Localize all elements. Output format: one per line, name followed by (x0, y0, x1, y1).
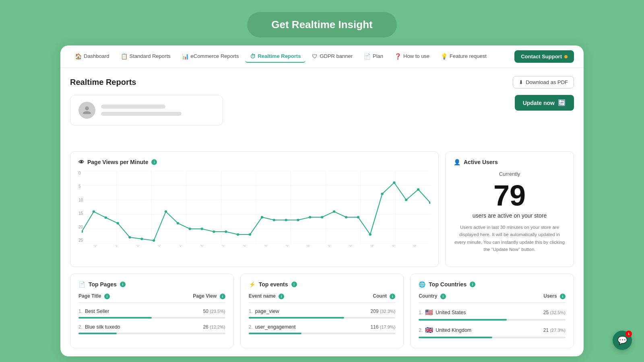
top-pages-info-icon[interactable]: i (120, 282, 126, 287)
top-countries-col2: Users i (543, 293, 566, 299)
nav-bar: 🏠 Dashboard 📋 Standard Reports 📊 eCommer… (60, 45, 584, 68)
svg-point-38 (357, 216, 359, 218)
svg-point-39 (369, 233, 371, 236)
chat-button[interactable]: 💬 1 (613, 331, 632, 350)
shield-icon: 🛡 (312, 53, 318, 60)
top-events-card: ⚡ Top events i Event name i Count i (240, 274, 404, 348)
nav-item-plan[interactable]: 📄 Plan (359, 51, 388, 63)
loading-placeholder (101, 105, 182, 116)
nav-item-feature-request[interactable]: 💡 Feature request (436, 51, 491, 63)
top-countries-row-1: 1. 🇺🇸 United States 25 (32.5%) (419, 305, 566, 318)
col2-info-icon[interactable]: i (220, 294, 225, 299)
top-events-title: ⚡ Top events i (249, 281, 396, 288)
lightbulb-icon: 💡 (441, 53, 448, 60)
svg-point-36 (333, 210, 335, 213)
events-col2-info[interactable]: i (390, 294, 395, 299)
download-pdf-button[interactable]: ⬇ Download as PDF (513, 76, 574, 88)
countries-col1-info[interactable]: i (440, 294, 446, 299)
nav-item-gdpr[interactable]: 🛡 GDPR banner (307, 51, 357, 63)
chart-card-title: 👁 Page Views per Minute i (78, 159, 430, 165)
clock-icon: ⏱ (250, 53, 256, 60)
avatar (78, 102, 95, 119)
contact-support-button[interactable]: Contact Support (514, 50, 574, 63)
page-header: Realtime Reports ⬇ Download as PDF (70, 76, 574, 88)
report-icon: 📋 (121, 53, 128, 60)
download-icon: ⬇ (519, 79, 523, 85)
col1-info-icon[interactable]: i (104, 294, 110, 299)
top-events-bar-1 (249, 317, 396, 319)
chat-icon: 💬 (617, 335, 627, 345)
top-events-table-header: Event name i Count i (249, 293, 396, 303)
top-events-bar-2 (249, 333, 396, 334)
events-icon: ⚡ (249, 281, 256, 288)
nav-item-dashboard[interactable]: 🏠 Dashboard (70, 51, 114, 63)
top-countries-col1: Country i (419, 293, 446, 299)
svg-point-33 (297, 219, 299, 221)
top-pages-table-header: Page Title i Page View i (78, 293, 225, 303)
active-users-description: Users active in last 30 minutes on your … (454, 224, 566, 253)
nav-item-standard-reports[interactable]: 📋 Standard Reports (116, 51, 175, 63)
document-icon: 📄 (364, 53, 371, 60)
top-events-col1: Event name i (249, 293, 285, 299)
top-grid: 👁 Page Views per Minute i 25 20 15 10 5 … (70, 151, 574, 267)
question-icon: ❓ (394, 53, 401, 60)
svg-point-42 (405, 199, 407, 201)
top-pages-bar-1 (78, 317, 225, 319)
top-pages-row-2: 2. Blue silk tuxedo 26 (12.2%) (78, 321, 225, 331)
top-pages-col1: Page Title i (78, 293, 110, 299)
flag-gb: 🇬🇧 (425, 326, 433, 334)
svg-point-23 (177, 222, 179, 224)
active-users-card: 👤 Active Users Currently 79 users are ac… (445, 151, 574, 267)
countries-col2-info[interactable]: i (560, 294, 566, 299)
loading-line-1 (101, 105, 165, 109)
chart-info-icon[interactable]: i (151, 159, 157, 165)
top-countries-card: 🌐 Top Countries i Country i Users i (410, 274, 574, 348)
svg-point-35 (321, 216, 323, 218)
svg-point-41 (393, 181, 395, 184)
profile-card (70, 95, 223, 125)
chart-svg (82, 171, 430, 243)
pages-icon: 📄 (78, 281, 85, 288)
user-avatar-icon (82, 105, 92, 115)
svg-point-17 (105, 216, 107, 219)
top-events-row-1: 1. page_view 209 (32.3%) (249, 305, 396, 316)
svg-point-37 (345, 216, 347, 218)
main-content: Realtime Reports ⬇ Download as PDF (60, 68, 584, 356)
top-events-info-icon[interactable]: i (291, 282, 297, 287)
top-countries-info-icon[interactable]: i (470, 282, 475, 287)
page-views-card: 👁 Page Views per Minute i 25 20 15 10 5 … (70, 151, 439, 267)
svg-point-29 (249, 233, 251, 236)
top-pages-title: 📄 Top Pages i (78, 281, 225, 288)
loading-line-2 (101, 112, 182, 116)
top-pages-col2: Page View i (193, 293, 225, 299)
svg-point-30 (261, 216, 263, 218)
app-container: 🏠 Dashboard 📋 Standard Reports 📊 eCommer… (60, 45, 584, 356)
svg-point-32 (285, 219, 287, 221)
top-pages-card: 📄 Top Pages i Page Title i Page View i (70, 274, 234, 348)
svg-point-20 (140, 238, 143, 240)
refresh-icon: 🔄 (558, 99, 566, 107)
nav-item-how-to-use[interactable]: ❓ How to use (390, 51, 434, 63)
events-col1-info[interactable]: i (279, 294, 284, 299)
nav-item-ecommerce-reports[interactable]: 📊 eCommerce Reports (177, 51, 244, 63)
eye-icon: 👁 (78, 159, 84, 165)
nav-item-realtime-reports[interactable]: ⏱ Realtime Reports (245, 51, 305, 63)
active-users-card-title: 👤 Active Users (454, 159, 566, 165)
bottom-grid: 📄 Top Pages i Page Title i Page View i (70, 274, 574, 348)
update-now-button[interactable]: Update now 🔄 (515, 95, 574, 111)
svg-point-21 (153, 239, 155, 242)
chat-badge: 1 (625, 331, 632, 337)
svg-point-40 (381, 193, 383, 195)
svg-point-28 (237, 233, 239, 236)
top-countries-row-2: 2. 🇬🇧 United Kingdom 21 (27.3%) (419, 323, 566, 335)
globe-icon: 🌐 (419, 281, 425, 288)
active-users-count: 79 (454, 181, 566, 210)
top-countries-bar-2 (419, 337, 566, 338)
top-events-col2: Count i (373, 293, 395, 299)
currently-label: Currently (454, 171, 566, 177)
svg-point-16 (93, 210, 95, 213)
y-axis-labels: 25 20 15 10 5 0 (78, 171, 83, 243)
svg-point-19 (128, 236, 131, 239)
bar-chart-icon: 📊 (182, 53, 189, 60)
banner-title: Get Realtime Insight (271, 19, 372, 31)
